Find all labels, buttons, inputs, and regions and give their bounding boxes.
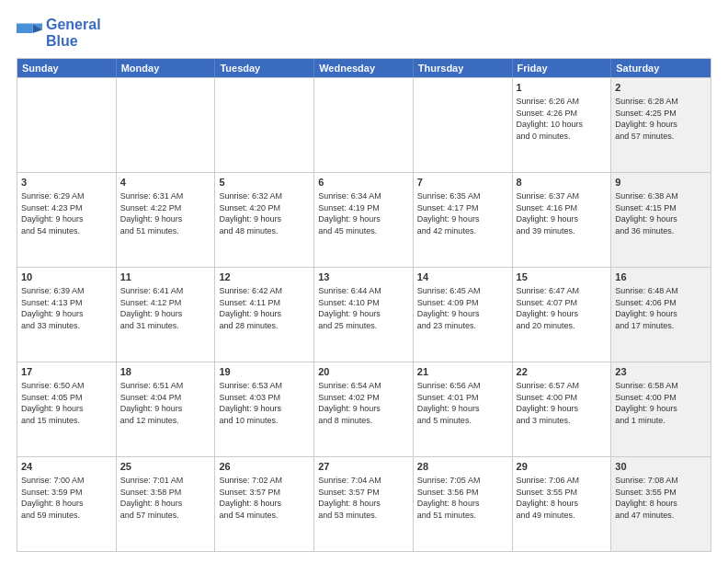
day-cell-10: 10Sunrise: 6:39 AM Sunset: 4:13 PM Dayli… xyxy=(17,268,117,362)
day-number: 12 xyxy=(219,270,310,284)
day-number: 22 xyxy=(517,365,608,379)
day-info: Sunrise: 6:39 AM Sunset: 4:13 PM Dayligh… xyxy=(21,285,112,331)
day-cell-2: 2Sunrise: 6:28 AM Sunset: 4:25 PM Daylig… xyxy=(611,78,711,172)
header-day-saturday: Saturday xyxy=(611,59,711,77)
day-cell-1: 1Sunrise: 6:26 AM Sunset: 4:26 PM Daylig… xyxy=(513,78,612,172)
svg-rect-3 xyxy=(17,23,33,33)
day-info: Sunrise: 6:50 AM Sunset: 4:05 PM Dayligh… xyxy=(21,380,112,426)
day-info: Sunrise: 6:51 AM Sunset: 4:04 PM Dayligh… xyxy=(120,380,211,426)
day-cell-3: 3Sunrise: 6:29 AM Sunset: 4:23 PM Daylig… xyxy=(17,173,117,267)
page: General Blue SundayMondayTuesdayWednesda… xyxy=(0,0,728,563)
day-cell-19: 19Sunrise: 6:53 AM Sunset: 4:03 PM Dayli… xyxy=(215,362,314,456)
day-number: 25 xyxy=(120,460,211,474)
day-cell-5: 5Sunrise: 6:32 AM Sunset: 4:20 PM Daylig… xyxy=(215,173,314,267)
day-cell-26: 26Sunrise: 7:02 AM Sunset: 3:57 PM Dayli… xyxy=(215,457,314,551)
day-info: Sunrise: 6:38 AM Sunset: 4:15 PM Dayligh… xyxy=(615,190,707,236)
day-info: Sunrise: 6:34 AM Sunset: 4:19 PM Dayligh… xyxy=(318,190,409,236)
day-number: 1 xyxy=(517,81,608,95)
day-cell-22: 22Sunrise: 6:57 AM Sunset: 4:00 PM Dayli… xyxy=(513,362,612,456)
header-day-thursday: Thursday xyxy=(414,59,513,77)
empty-cell xyxy=(117,78,216,172)
header: General Blue xyxy=(17,17,711,49)
day-cell-4: 4Sunrise: 6:31 AM Sunset: 4:22 PM Daylig… xyxy=(117,173,216,267)
day-number: 3 xyxy=(21,176,112,190)
day-number: 5 xyxy=(219,176,310,190)
day-info: Sunrise: 6:29 AM Sunset: 4:23 PM Dayligh… xyxy=(21,190,112,236)
header-day-monday: Monday xyxy=(117,59,216,77)
day-number: 29 xyxy=(517,460,608,474)
day-info: Sunrise: 6:54 AM Sunset: 4:02 PM Dayligh… xyxy=(318,380,409,426)
day-number: 19 xyxy=(219,365,310,379)
day-cell-15: 15Sunrise: 6:47 AM Sunset: 4:07 PM Dayli… xyxy=(513,268,612,362)
day-info: Sunrise: 7:08 AM Sunset: 3:55 PM Dayligh… xyxy=(615,475,707,521)
day-info: Sunrise: 6:56 AM Sunset: 4:01 PM Dayligh… xyxy=(417,380,508,426)
day-info: Sunrise: 6:48 AM Sunset: 4:06 PM Dayligh… xyxy=(615,285,707,331)
day-number: 7 xyxy=(417,176,508,190)
week-row-1: 1Sunrise: 6:26 AM Sunset: 4:26 PM Daylig… xyxy=(17,77,711,172)
header-day-friday: Friday xyxy=(513,59,612,77)
logo-icon xyxy=(17,20,42,46)
day-info: Sunrise: 7:01 AM Sunset: 3:58 PM Dayligh… xyxy=(120,475,211,521)
day-number: 24 xyxy=(21,460,112,474)
empty-cell xyxy=(17,78,117,172)
day-cell-11: 11Sunrise: 6:41 AM Sunset: 4:12 PM Dayli… xyxy=(117,268,216,362)
calendar: SundayMondayTuesdayWednesdayThursdayFrid… xyxy=(17,58,711,552)
day-cell-6: 6Sunrise: 6:34 AM Sunset: 4:19 PM Daylig… xyxy=(314,173,414,267)
day-number: 21 xyxy=(417,365,508,379)
calendar-header: SundayMondayTuesdayWednesdayThursdayFrid… xyxy=(17,59,711,77)
day-info: Sunrise: 6:28 AM Sunset: 4:25 PM Dayligh… xyxy=(615,96,707,142)
day-cell-7: 7Sunrise: 6:35 AM Sunset: 4:17 PM Daylig… xyxy=(414,173,513,267)
day-info: Sunrise: 7:05 AM Sunset: 3:56 PM Dayligh… xyxy=(417,475,508,521)
day-info: Sunrise: 7:06 AM Sunset: 3:55 PM Dayligh… xyxy=(517,475,608,521)
day-number: 14 xyxy=(417,270,508,284)
week-row-4: 17Sunrise: 6:50 AM Sunset: 4:05 PM Dayli… xyxy=(17,362,711,456)
day-cell-14: 14Sunrise: 6:45 AM Sunset: 4:09 PM Dayli… xyxy=(414,268,513,362)
week-row-3: 10Sunrise: 6:39 AM Sunset: 4:13 PM Dayli… xyxy=(17,267,711,362)
day-info: Sunrise: 7:04 AM Sunset: 3:57 PM Dayligh… xyxy=(318,475,409,521)
day-number: 17 xyxy=(21,365,112,379)
logo-text: General Blue xyxy=(46,17,101,49)
day-number: 28 xyxy=(417,460,508,474)
day-info: Sunrise: 6:57 AM Sunset: 4:00 PM Dayligh… xyxy=(517,380,608,426)
day-info: Sunrise: 6:31 AM Sunset: 4:22 PM Dayligh… xyxy=(120,190,211,236)
day-cell-12: 12Sunrise: 6:42 AM Sunset: 4:11 PM Dayli… xyxy=(215,268,314,362)
day-cell-13: 13Sunrise: 6:44 AM Sunset: 4:10 PM Dayli… xyxy=(314,268,414,362)
day-cell-17: 17Sunrise: 6:50 AM Sunset: 4:05 PM Dayli… xyxy=(17,362,117,456)
day-info: Sunrise: 6:37 AM Sunset: 4:16 PM Dayligh… xyxy=(517,190,608,236)
header-day-sunday: Sunday xyxy=(17,59,117,77)
day-cell-20: 20Sunrise: 6:54 AM Sunset: 4:02 PM Dayli… xyxy=(314,362,414,456)
day-cell-8: 8Sunrise: 6:37 AM Sunset: 4:16 PM Daylig… xyxy=(513,173,612,267)
day-number: 16 xyxy=(615,270,707,284)
day-number: 8 xyxy=(517,176,608,190)
day-cell-30: 30Sunrise: 7:08 AM Sunset: 3:55 PM Dayli… xyxy=(611,457,711,551)
day-cell-29: 29Sunrise: 7:06 AM Sunset: 3:55 PM Dayli… xyxy=(513,457,612,551)
empty-cell xyxy=(314,78,414,172)
day-number: 6 xyxy=(318,176,409,190)
day-info: Sunrise: 6:53 AM Sunset: 4:03 PM Dayligh… xyxy=(219,380,310,426)
empty-cell xyxy=(414,78,513,172)
day-info: Sunrise: 7:00 AM Sunset: 3:59 PM Dayligh… xyxy=(21,475,112,521)
day-number: 2 xyxy=(615,81,707,95)
day-number: 9 xyxy=(615,176,707,190)
day-info: Sunrise: 6:26 AM Sunset: 4:26 PM Dayligh… xyxy=(517,96,608,142)
header-day-tuesday: Tuesday xyxy=(215,59,314,77)
day-cell-21: 21Sunrise: 6:56 AM Sunset: 4:01 PM Dayli… xyxy=(414,362,513,456)
day-cell-9: 9Sunrise: 6:38 AM Sunset: 4:15 PM Daylig… xyxy=(611,173,711,267)
day-number: 11 xyxy=(120,270,211,284)
day-cell-28: 28Sunrise: 7:05 AM Sunset: 3:56 PM Dayli… xyxy=(414,457,513,551)
day-number: 27 xyxy=(318,460,409,474)
day-number: 26 xyxy=(219,460,310,474)
day-info: Sunrise: 6:32 AM Sunset: 4:20 PM Dayligh… xyxy=(219,190,310,236)
day-cell-24: 24Sunrise: 7:00 AM Sunset: 3:59 PM Dayli… xyxy=(17,457,117,551)
day-number: 18 xyxy=(120,365,211,379)
logo: General Blue xyxy=(17,17,101,49)
day-number: 4 xyxy=(120,176,211,190)
day-number: 10 xyxy=(21,270,112,284)
day-info: Sunrise: 6:45 AM Sunset: 4:09 PM Dayligh… xyxy=(417,285,508,331)
day-info: Sunrise: 7:02 AM Sunset: 3:57 PM Dayligh… xyxy=(219,475,310,521)
day-info: Sunrise: 6:58 AM Sunset: 4:00 PM Dayligh… xyxy=(615,380,707,426)
empty-cell xyxy=(215,78,314,172)
day-number: 13 xyxy=(318,270,409,284)
day-info: Sunrise: 6:44 AM Sunset: 4:10 PM Dayligh… xyxy=(318,285,409,331)
day-cell-25: 25Sunrise: 7:01 AM Sunset: 3:58 PM Dayli… xyxy=(117,457,216,551)
